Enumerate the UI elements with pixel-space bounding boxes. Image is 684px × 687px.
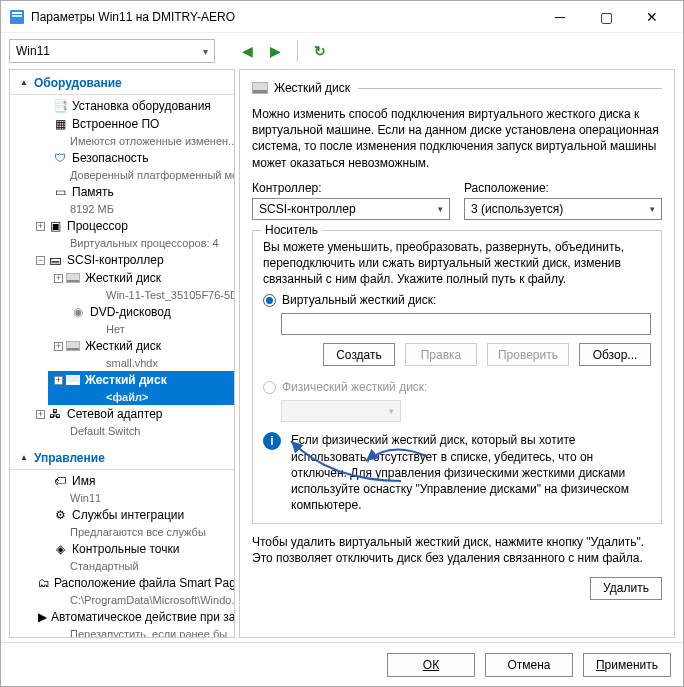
svg-rect-8 (67, 382, 79, 384)
titlebar: Параметры Win11 на DMITRY-AERO ─ ▢ ✕ (1, 1, 683, 33)
vm-selector[interactable]: Win11 ▾ (9, 39, 215, 63)
location-label: Расположение: (464, 181, 662, 195)
node-security[interactable]: 🛡Безопасность Доверенный платформенный м… (10, 149, 234, 183)
node-memory[interactable]: ▭Память 8192 МБ (10, 183, 234, 217)
apply-button[interactable]: Применить (583, 653, 671, 677)
maximize-button[interactable]: ▢ (583, 1, 629, 33)
panel-title: Жесткий диск (274, 81, 350, 95)
content-panel: Жесткий диск Можно изменить способ подкл… (239, 69, 675, 638)
window-title: Параметры Win11 на DMITRY-AERO (31, 10, 537, 24)
info-icon: i (263, 432, 281, 450)
section-hardware[interactable]: Оборудование (10, 70, 234, 95)
node-checkpoints[interactable]: ◈Контрольные точки Стандартный (10, 540, 234, 574)
svg-rect-1 (12, 12, 22, 14)
controller-label: Контроллер: (252, 181, 450, 195)
body: Оборудование 📑Установка оборудования ▦Вс… (1, 69, 683, 642)
panel-header: Жесткий диск (252, 80, 662, 96)
dialog-footer: ОК Отмена Применить (1, 642, 683, 686)
ok-button[interactable]: ОК (387, 653, 475, 677)
section-management[interactable]: Управление (10, 445, 234, 470)
node-add-hardware[interactable]: 📑Установка оборудования (10, 97, 234, 115)
vhd-path-input[interactable] (281, 313, 651, 335)
cancel-button[interactable]: Отмена (485, 653, 573, 677)
delete-button[interactable]: Удалить (590, 577, 662, 600)
chevron-down-icon: ▾ (650, 204, 655, 214)
nav-forward-button[interactable]: ▶ (265, 41, 285, 61)
svg-rect-6 (67, 348, 79, 350)
media-fieldset: Носитель Вы можете уменьшить, преобразов… (252, 230, 662, 525)
node-hd1[interactable]: +Жесткий диск Win-11-Test_35105F76-5D9D- (10, 269, 234, 303)
management-tree: 🏷Имя Win11 ⚙Службы интеграции Предлагают… (10, 470, 234, 638)
radio-physical-disk: Физический жесткий диск: (263, 380, 651, 394)
media-description: Вы можете уменьшить, преобразовать, разв… (263, 239, 651, 288)
node-integration[interactable]: ⚙Службы интеграции Предлагаются все служ… (10, 506, 234, 540)
node-auto-start[interactable]: ▶Автоматическое действие при за... Перез… (10, 608, 234, 638)
close-button[interactable]: ✕ (629, 1, 675, 33)
minimize-button[interactable]: ─ (537, 1, 583, 33)
node-hd3-selected[interactable]: +Жесткий диск <файл> (10, 371, 234, 405)
refresh-button[interactable]: ↻ (310, 41, 330, 61)
browse-button[interactable]: Обзор... (579, 343, 651, 366)
node-scsi[interactable]: −🖴SCSI-контроллер (10, 251, 234, 269)
hardware-tree: 📑Установка оборудования ▦Встроенное ПО И… (10, 95, 234, 445)
separator (297, 40, 298, 62)
nav-buttons: ◀ ▶ ↻ (237, 40, 330, 62)
node-hd2[interactable]: +Жесткий диск small.vhdx (10, 337, 234, 371)
new-button[interactable]: Создать (323, 343, 395, 366)
apply-suffix: рименить (605, 658, 658, 672)
delete-description: Чтобы удалить виртуальный жесткий диск, … (252, 534, 662, 566)
media-legend: Носитель (261, 223, 322, 237)
chevron-down-icon: ▾ (203, 46, 208, 57)
node-name[interactable]: 🏷Имя Win11 (10, 472, 234, 506)
node-network[interactable]: +🖧Сетевой адаптер Default Switch (10, 405, 234, 439)
edit-button: Правка (405, 343, 477, 366)
node-dvd[interactable]: ◉DVD-дисковод Нет (10, 303, 234, 337)
settings-window: Параметры Win11 на DMITRY-AERO ─ ▢ ✕ Win… (0, 0, 684, 687)
chevron-down-icon: ▾ (389, 406, 394, 416)
toolbar: Win11 ▾ ◀ ▶ ↻ (1, 33, 683, 69)
radio-icon (263, 381, 276, 394)
physical-disk-combo: ▾ (281, 400, 401, 422)
svg-rect-10 (253, 90, 267, 93)
physical-disk-info: Если физический жесткий диск, который вы… (291, 432, 651, 513)
check-button: Проверить (487, 343, 569, 366)
sidebar: Оборудование 📑Установка оборудования ▦Вс… (9, 69, 235, 638)
vm-selector-value: Win11 (16, 44, 50, 58)
node-smart-paging[interactable]: 🗂Расположение файла Smart Pagi... C:\Pro… (10, 574, 234, 608)
node-cpu[interactable]: +▣Процессор Виртуальных процессоров: 4 (10, 217, 234, 251)
radio-virtual-disk[interactable]: Виртуальный жесткий диск: (263, 293, 651, 307)
svg-rect-2 (12, 15, 22, 17)
controller-combo[interactable]: SCSI-контроллер ▾ (252, 198, 450, 220)
chevron-down-icon: ▾ (438, 204, 443, 214)
svg-rect-4 (67, 280, 79, 282)
nav-back-button[interactable]: ◀ (237, 41, 257, 61)
radio-icon (263, 294, 276, 307)
hard-disk-icon (252, 80, 268, 96)
app-icon (9, 9, 25, 25)
panel-description: Можно изменить способ подключения виртуа… (252, 106, 662, 171)
node-firmware[interactable]: ▦Встроенное ПО Имеются отложенные измене… (10, 115, 234, 149)
location-combo[interactable]: 3 (используется) ▾ (464, 198, 662, 220)
